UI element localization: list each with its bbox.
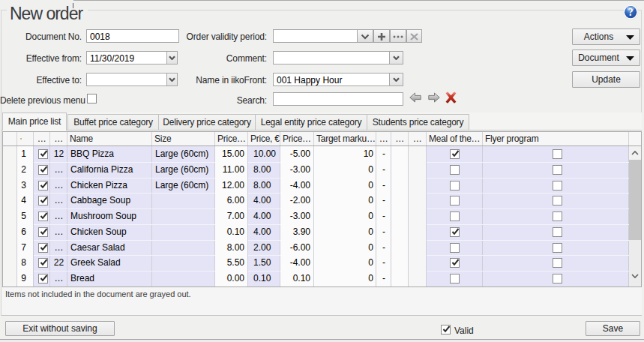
svg-text:?: ? xyxy=(628,7,634,18)
